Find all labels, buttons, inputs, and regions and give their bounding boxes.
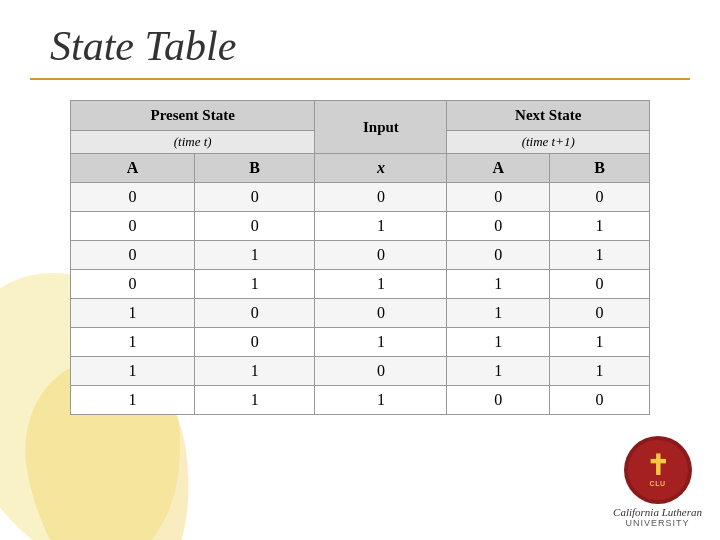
table-cell: 1 <box>550 357 650 386</box>
table-cell: 1 <box>194 357 315 386</box>
table-cell: 1 <box>71 328 195 357</box>
col-label-B2: B <box>550 154 650 183</box>
table-cell: 0 <box>315 183 447 212</box>
table-cell: 1 <box>194 386 315 415</box>
table-container: Present State Input Next State (time t) … <box>0 100 720 415</box>
table-cell: 1 <box>315 328 447 357</box>
table-cell: 0 <box>315 241 447 270</box>
table-cell: 0 <box>71 212 195 241</box>
table-row: 11011 <box>71 357 650 386</box>
present-state-sub: (time t) <box>71 131 315 154</box>
table-cell: 1 <box>550 328 650 357</box>
table-row: 00101 <box>71 212 650 241</box>
table-cell: 0 <box>447 212 550 241</box>
input-header: Input <box>315 101 447 154</box>
next-state-header: Next State <box>447 101 650 131</box>
logo-cross-icon: ✝ <box>646 452 669 480</box>
table-row: 10010 <box>71 299 650 328</box>
table-cell: 1 <box>550 212 650 241</box>
table-cell: 0 <box>550 270 650 299</box>
table-cell: 1 <box>315 386 447 415</box>
table-cell: 1 <box>315 212 447 241</box>
col-label-A2: A <box>447 154 550 183</box>
table-row: 11100 <box>71 386 650 415</box>
table-cell: 0 <box>447 183 550 212</box>
table-cell: 1 <box>71 386 195 415</box>
university-label: UNIVERSITY <box>626 518 690 528</box>
table-cell: 1 <box>194 270 315 299</box>
table-cell: 0 <box>315 357 447 386</box>
table-cell: 1 <box>194 241 315 270</box>
table-cell: 0 <box>194 183 315 212</box>
table-cell: 1 <box>447 328 550 357</box>
title-divider <box>30 78 690 80</box>
table-cell: 0 <box>447 386 550 415</box>
table-cell: 0 <box>71 183 195 212</box>
table-cell: 0 <box>550 183 650 212</box>
table-row: 01001 <box>71 241 650 270</box>
table-row: 01110 <box>71 270 650 299</box>
table-cell: 1 <box>71 357 195 386</box>
table-cell: 1 <box>447 299 550 328</box>
table-cell: 0 <box>194 299 315 328</box>
table-row: 00000 <box>71 183 650 212</box>
next-state-sub: (time t+1) <box>447 131 650 154</box>
logo-inner: ✝ CLU <box>628 440 688 500</box>
logo-circle: ✝ CLU <box>624 436 692 504</box>
table-cell: 0 <box>71 270 195 299</box>
table-cell: 1 <box>447 357 550 386</box>
col-label-A1: A <box>71 154 195 183</box>
present-state-header: Present State <box>71 101 315 131</box>
logo-area: ✝ CLU California Lutheran UNIVERSITY <box>613 436 702 528</box>
col-label-x: x <box>315 154 447 183</box>
state-table: Present State Input Next State (time t) … <box>70 100 650 415</box>
table-cell: 0 <box>315 299 447 328</box>
table-cell: 1 <box>447 270 550 299</box>
table-cell: 1 <box>315 270 447 299</box>
page-title: State Table <box>0 0 720 78</box>
table-cell: 1 <box>550 241 650 270</box>
table-cell: 0 <box>447 241 550 270</box>
table-cell: 1 <box>71 299 195 328</box>
col-labels-row: A B x A B <box>71 154 650 183</box>
table-cell: 0 <box>194 212 315 241</box>
table-cell: 0 <box>194 328 315 357</box>
table-cell: 0 <box>71 241 195 270</box>
table-cell: 0 <box>550 299 650 328</box>
table-row: 10111 <box>71 328 650 357</box>
table-cell: 0 <box>550 386 650 415</box>
university-name: California Lutheran <box>613 506 702 518</box>
table-body: 0000000101010010111010010101111101111100 <box>71 183 650 415</box>
col-label-B1: B <box>194 154 315 183</box>
table-main-header: Present State Input Next State <box>71 101 650 131</box>
logo-text: CLU <box>650 480 666 488</box>
